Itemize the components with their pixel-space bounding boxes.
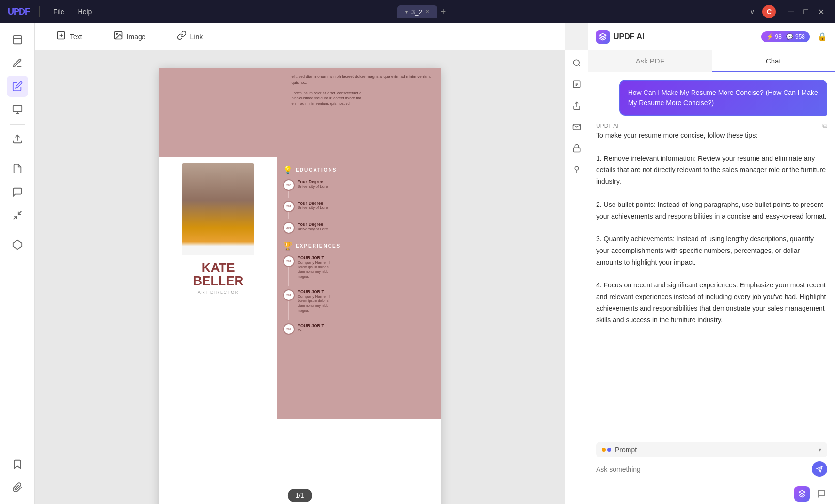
panel-header: UPDF AI ⚡ 98 💬 958 🔒	[588, 23, 835, 50]
link-icon	[177, 31, 187, 43]
resume-name: KATE BELLER	[193, 261, 243, 288]
svg-line-16	[578, 64, 580, 66]
tab-ask-pdf[interactable]: Ask PDF	[588, 50, 712, 72]
toolbar-image-btn[interactable]: Image	[108, 28, 152, 46]
chat-history-icon[interactable]	[814, 486, 829, 502]
portrait-image	[182, 163, 254, 255]
send-button[interactable]	[812, 461, 827, 477]
tab-bar: ▾ 3_2 × +	[101, 5, 742, 18]
content-area: Text Image Link	[35, 23, 835, 504]
sidebar-icon-convert[interactable]	[7, 234, 28, 255]
toolbar-text-label: Text	[70, 33, 82, 41]
email-icon[interactable]	[568, 118, 585, 136]
security-icon[interactable]	[568, 140, 585, 157]
dot-indigo	[607, 448, 611, 452]
svg-point-20	[575, 166, 579, 170]
copy-icon[interactable]: ⧉	[822, 122, 827, 130]
main-area: Text Image Link	[0, 23, 835, 504]
image-icon	[113, 31, 123, 43]
minimize-btn[interactable]: ─	[786, 6, 797, 17]
maximize-btn[interactable]: □	[801, 6, 811, 17]
sidebar-icon-bookmark[interactable]	[7, 454, 28, 475]
share-icon[interactable]	[568, 97, 585, 114]
tab-document[interactable]: ▾ 3_2 ×	[397, 5, 437, 18]
sidebar-icon-pages[interactable]	[7, 99, 28, 120]
sidebar-divider-1	[10, 124, 25, 125]
sidebar-icon-organize[interactable]	[7, 158, 28, 179]
panel-tabs: Ask PDF Chat	[588, 50, 835, 72]
toolbar-link-label: Link	[190, 33, 203, 41]
titlebar-divider	[39, 6, 40, 17]
ocr-icon[interactable]	[568, 76, 585, 93]
exp-item-3: 202 YOUR JOB TCc...	[283, 323, 434, 335]
prompt-input[interactable]	[596, 465, 808, 473]
sidebar-divider-2	[10, 154, 25, 154]
pdf-main-section: KATE BELLER ART DIRECTOR 💡 EDUCATIONS	[159, 158, 441, 419]
resume-subtitle: ART DIRECTOR	[198, 290, 239, 295]
tab-chat[interactable]: Chat	[712, 50, 835, 72]
edu-item-1: 200 Your DegreeUniversity of Lore	[283, 179, 434, 198]
pdf-page: elit, sed diam nonummy nibh laoreet dolo…	[159, 68, 441, 504]
pdf-viewer[interactable]: elit, sed diam nonummy nibh laoreet dolo…	[35, 50, 565, 504]
updf-ai-panel: UPDF AI ⚡ 98 💬 958 🔒 Ask PDF Chat How Ca…	[588, 23, 835, 504]
prompt-dots	[602, 448, 611, 452]
tab-close-btn[interactable]: ×	[426, 8, 429, 15]
sidebar-icon-comment[interactable]	[7, 181, 28, 203]
pdf-right-col: 💡 EDUCATIONS 200 Your DegreeUniversity o…	[277, 158, 440, 419]
tab-add-btn[interactable]: +	[441, 7, 446, 17]
svg-rect-19	[573, 148, 580, 152]
menu-help[interactable]: Help	[74, 6, 96, 17]
user-avatar[interactable]: C	[762, 5, 776, 18]
svg-marker-6	[13, 240, 21, 249]
app-logo: UPDF	[8, 7, 30, 17]
prompt-area: Prompt ▾	[588, 436, 835, 483]
titlebar: UPDF File Help ▾ 3_2 × + ∨ C ─ □ ✕	[0, 0, 835, 23]
ai-icon-btn[interactable]	[794, 486, 810, 502]
close-btn[interactable]: ✕	[815, 6, 827, 17]
prompt-selector[interactable]: Prompt ▾	[596, 442, 827, 457]
svg-rect-2	[13, 106, 21, 112]
exp-item-1: 201 YOUR JOB TCompany Name - ILorem ipsu…	[283, 255, 434, 286]
svg-point-9	[116, 33, 118, 35]
toolbar: Text Image Link	[35, 23, 565, 50]
panel-title: UPDF AI	[614, 32, 757, 41]
edu-item-3: 201 Your DegreeUniversity of Lore	[283, 222, 434, 234]
lock-icon[interactable]: 🔒	[818, 32, 827, 41]
ai-response-text: To make your resume more concise, follow…	[596, 130, 827, 326]
svg-point-15	[573, 60, 579, 65]
ai-response-container: UPDF AI ⧉ To make your resume more conci…	[596, 122, 827, 326]
chat-messages[interactable]: How Can I Make My Resume More Concise? (…	[588, 72, 835, 436]
sidebar-icon-edit[interactable]	[7, 76, 28, 97]
left-sidebar	[0, 23, 35, 504]
prompt-label: Prompt	[615, 446, 815, 454]
sidebar-icon-export[interactable]	[7, 128, 28, 150]
token-lightning-icon: ⚡	[766, 33, 773, 40]
pdf-header-section: elit, sed diam nonummy nibh laoreet dolo…	[159, 68, 441, 158]
sidebar-icon-compress[interactable]	[7, 205, 28, 226]
svg-rect-0	[13, 36, 21, 44]
dropdown-arrow[interactable]: ∨	[748, 6, 756, 17]
toolbar-link-btn[interactable]: Link	[171, 28, 209, 46]
svg-line-4	[13, 216, 16, 219]
dot-amber	[602, 448, 606, 452]
search-icon-sidebar[interactable]	[568, 54, 585, 72]
panel-bottom-bar	[588, 483, 835, 504]
experiences-header: 🏆 EXPERIENCES	[283, 241, 434, 251]
far-right-sidebar	[565, 50, 588, 504]
tab-arrow: ▾	[405, 9, 408, 15]
user-message: How Can I Make My Resume More Concise? (…	[619, 80, 827, 116]
exp-item-2: 201 YOUR JOB TCompany Name - ILorem ipsu…	[283, 289, 434, 320]
toolbar-text-btn[interactable]: Text	[50, 28, 88, 46]
token-count: 98	[775, 33, 782, 40]
sidebar-icon-reader[interactable]	[7, 29, 28, 50]
titlebar-right: ∨ C ─ □ ✕	[748, 5, 827, 18]
text-icon	[56, 31, 66, 43]
token-badge[interactable]: ⚡ 98 💬 958	[761, 32, 810, 42]
sidebar-icon-annotate[interactable]	[7, 52, 28, 74]
ai-response-header: UPDF AI ⧉	[596, 122, 827, 130]
sidebar-icon-attachment[interactable]	[7, 477, 28, 498]
menu-file[interactable]: File	[49, 6, 68, 17]
stamp-icon[interactable]	[568, 161, 585, 178]
message-count: 958	[795, 33, 805, 40]
toolbar-image-label: Image	[127, 33, 146, 41]
